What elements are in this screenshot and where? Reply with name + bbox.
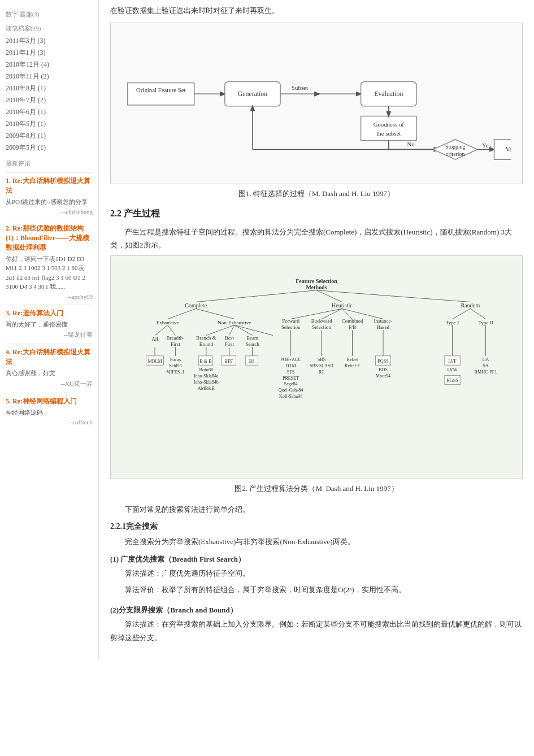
archive-item[interactable]: 2010年6月 (1) <box>6 106 93 118</box>
comment-title[interactable]: 2. Re:那些优雅的数据结构(1)：BloomFilter——大规模数据处理利… <box>6 224 93 253</box>
goodness-label1: Goodness of <box>374 121 405 128</box>
rgss-label: RGSS <box>446 378 458 383</box>
comment-author: --apchy09 <box>6 293 93 300</box>
yes-label: Yes <box>482 142 491 149</box>
comment-item: 1. Re:大白话解析模拟退火算法从POJ跳过来的~感谢您的分享--chrisc… <box>6 172 93 215</box>
comment-title[interactable]: 5. Re:神经网络编程入门 <box>6 397 93 406</box>
generation-label: Generation <box>238 90 267 98</box>
flowchart-svg: Original Feature Set Generation Subset E… <box>122 34 511 170</box>
archive-item[interactable]: 2010年8月 (1) <box>6 82 93 94</box>
complete-label: Complete <box>185 302 207 308</box>
comment-title[interactable]: 3. Re:遗传算法入门 <box>6 309 93 318</box>
relieff-label: Relief-F <box>345 363 361 368</box>
fig2-caption: 图2. 产生过程算法分类（M. Dash and H. Liu 1997） <box>110 484 523 494</box>
archive-list: 2011年3月 (3)2011年1月 (3)2010年12月 (4)2010年1… <box>6 35 93 154</box>
lvw-label: LVW <box>448 367 458 372</box>
bfs-desc: 算法描述：广度优先遍历特征子空间。 <box>110 567 523 580</box>
comment-title[interactable]: 1. Re:大白话解析模拟退火算法 <box>6 176 93 195</box>
dtm-label: DTM <box>286 363 297 368</box>
fig1-caption: 图1. 特征选择的过程（M. Dash and H. Liu 1997） <box>110 189 523 199</box>
beam-label1: Beam <box>246 335 258 341</box>
flowchart-figure1: Original Feature Set Generation Subset E… <box>110 23 523 184</box>
sa-label: SA <box>483 363 489 368</box>
archive-item[interactable]: 2011年3月 (3) <box>6 35 93 47</box>
type2-label: Type II <box>478 319 493 325</box>
archive-item[interactable]: 2010年7月 (2) <box>6 94 93 106</box>
archive-item[interactable]: 2010年11月 (2) <box>6 71 93 82</box>
combined-label1: Combined <box>342 318 363 324</box>
section221-heading: 2.2.1完全搜索 <box>110 522 523 532</box>
svg-line-21 <box>322 309 342 319</box>
bs-label: BS <box>249 358 255 363</box>
section22-body: 产生过程是搜索特征子空间的过程。搜索的算法分为完全搜索(Complete)，启发… <box>110 225 523 252</box>
archive-item[interactable]: 2009年8月 (1) <box>6 130 93 142</box>
nonexhaustive-label: Non-Exhaustive <box>218 319 251 325</box>
mdlm-label: MDLM <box>147 358 162 363</box>
type1-label: Type I <box>446 319 459 325</box>
bb-desc: 算法描述：在穷举搜索的基础上加入分支限界。例如：若断定某些分支不可能搜索出比当前… <box>110 618 523 644</box>
poeacc-label: POE+ACC <box>280 357 301 362</box>
branch-label1: Branch & <box>196 335 216 341</box>
bds-label: BDS <box>379 367 388 372</box>
bfs-eval: 算法评价：枚举了所有的特征组合，属于穷举搜索，时间复杂度是O(2ⁿ)，实用性不高… <box>110 583 523 596</box>
beam-label2: Search <box>245 341 259 346</box>
section22-heading: 2.2 产生过程 <box>110 208 523 220</box>
backward-label1: Backward <box>311 318 332 324</box>
ambb-label: AMB&B <box>198 386 215 391</box>
comment-author: --chrischeng <box>6 208 93 215</box>
backward-label2: Selection <box>312 324 331 330</box>
bfs-title: (1) 广度优先搜索（Breadth First Search） <box>110 554 523 564</box>
comment-item: 4. Re:大白话解析模拟退火算法真心感谢额，好文--XU束一昇 <box>6 344 93 388</box>
comment-body: 你好，请问一下表1D1 D2 D3 M11 2 3 1002 3 1 503 2… <box>6 254 93 292</box>
bfs-title-text: (1) 广度优先搜索（Breadth First Search） <box>110 555 245 563</box>
instance-label2: Based <box>377 324 390 330</box>
random-label: Random <box>461 302 480 308</box>
subset-label: Subset <box>292 84 308 91</box>
svg-line-19 <box>196 309 235 319</box>
archive-item[interactable]: 2011年1月 (3) <box>6 47 93 59</box>
branch-label2: Bound <box>199 341 214 346</box>
no-label: No <box>407 141 414 147</box>
archive-item[interactable]: 2009年5月 (1) <box>6 142 93 154</box>
goodness-label2: the subset <box>376 130 401 137</box>
best-label2: First <box>224 341 234 346</box>
forward-label1: Forward <box>282 318 299 324</box>
instance-label1: Instance- <box>374 318 392 324</box>
comment-author: --cofftech <box>6 419 93 425</box>
breadth-label1: Breadth- <box>167 335 185 341</box>
sfs-label: SFS <box>287 369 295 374</box>
comment-body: 写的太好了，通俗易懂 <box>6 320 93 329</box>
breadth-label2: First <box>171 341 180 346</box>
ga-label: GA <box>483 357 489 362</box>
kollsaha96-label: Koll-Saha96 <box>279 394 302 399</box>
icho84a-label: Icho-Skla84a <box>194 373 219 379</box>
evaluation-label: Evaluation <box>374 90 403 98</box>
archive-item[interactable]: 2010年5月 (1) <box>6 118 93 130</box>
comment-body: 真心感谢额，好文 <box>6 368 93 378</box>
sidebar-comments-title: 最新评论 <box>6 159 93 168</box>
comment-item: 5. Re:神经网络编程入门神经网络源码：--cofftech <box>6 393 93 426</box>
stopping-label2: criterion <box>446 151 464 157</box>
sbsslash-label: SBS-Sl.ASH <box>310 363 333 368</box>
best-label1: Best <box>225 335 235 341</box>
section221-body: 完全搜索分为穷举搜索(Exhaustive)与非穷举搜索(Non-Exhaust… <box>110 535 523 548</box>
svg-line-15 <box>196 290 316 302</box>
bb-title: (2)分支限界搜索（Branch and Bound） <box>110 605 523 615</box>
svg-line-17 <box>316 290 470 302</box>
pqss-label: PQSS <box>377 358 389 363</box>
queigehs84-label: Quei-Gehs84 <box>279 388 303 393</box>
relief-label: Relief <box>347 357 358 362</box>
rmhcpf1-label: RMHC-PF1 <box>475 369 497 374</box>
archive-item[interactable]: 2010年12月 (4) <box>6 59 93 71</box>
main-content: 在验证数据集上验证选出来时时对征了来时再双生。 Original Feature… <box>99 0 534 659</box>
svg-line-20 <box>291 309 342 319</box>
sege84-label: Sege84 <box>284 381 298 386</box>
comment-author: --猛龙过蒋 <box>6 331 93 339</box>
svg-line-26 <box>155 325 168 335</box>
original-feature-set-label: Original Feature Set <box>136 86 186 93</box>
comments-list: 1. Re:大白话解析模拟退火算法从POJ跳过来的~感谢您的分享--chrisc… <box>6 172 93 425</box>
comment-title[interactable]: 4. Re:大白话解析模拟退火算法 <box>6 347 93 367</box>
bff-label: BFF <box>225 358 233 363</box>
sbs-label: SBS <box>318 357 326 362</box>
combined-label2: F/B <box>349 324 357 330</box>
